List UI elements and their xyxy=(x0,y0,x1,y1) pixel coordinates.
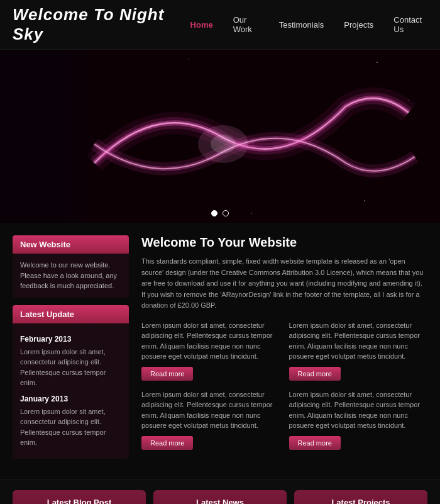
bottom-box-blog: Latest Blog Post Phasellus laoreet feugi… xyxy=(13,490,146,505)
main-content: New Website Welcome to our new website. … xyxy=(0,223,440,473)
svg-point-8 xyxy=(251,213,252,214)
svg-point-3 xyxy=(377,62,378,63)
read-more-button-1[interactable]: Read more xyxy=(141,367,193,381)
new-website-title: New Website xyxy=(13,235,129,254)
content-block-1: Lorem ipsum dolor sit amet, consectetur … xyxy=(141,320,280,381)
latest-update-content: February 2013 Lorem ipsum dolor sit amet… xyxy=(13,323,129,459)
content-block-3-text: Lorem ipsum dolor sit amet, consectetur … xyxy=(141,389,280,431)
content-area: Welcome To Your Website This standards c… xyxy=(141,235,427,467)
bottom-box-blog-title: Latest Blog Post xyxy=(21,498,137,505)
content-grid: Lorem ipsum dolor sit amet, consectetur … xyxy=(141,320,427,450)
hero-left-overlay xyxy=(0,50,97,223)
svg-point-10 xyxy=(211,135,236,154)
nav-testimonials[interactable]: Testimonials xyxy=(275,18,328,32)
bottom-box-news: Latest News Phasellus laoreet feugiat ri… xyxy=(153,490,287,505)
nav-contact-us[interactable]: Contact Us xyxy=(390,13,427,36)
svg-point-5 xyxy=(364,200,365,201)
update-month-1: February 2013 xyxy=(20,333,121,345)
content-block-3: Lorem ipsum dolor sit amet, consectetur … xyxy=(141,389,280,450)
bottom-box-news-title: Latest News xyxy=(162,498,278,505)
nav-projects[interactable]: Projects xyxy=(340,18,377,32)
header: Welcome To Night Sky Home Our Work Testi… xyxy=(0,0,440,50)
slider-dots xyxy=(211,210,229,216)
content-block-2: Lorem ipsum dolor sit amet, consectetur … xyxy=(289,320,428,381)
update-text-1: Lorem ipsum dolor sit amet, consectetur … xyxy=(20,347,121,388)
update-text-2: Lorem ipsum dolor sit amet, consectetur … xyxy=(20,406,121,448)
bottom-box-projects-title: Latest Projects xyxy=(303,498,419,505)
navigation: Home Our Work Testimonials Projects Cont… xyxy=(187,13,427,36)
site-title: Welcome To Night Sky xyxy=(13,5,187,44)
new-website-content: Welcome to our new website. Please have … xyxy=(13,254,129,298)
read-more-button-3[interactable]: Read more xyxy=(141,436,193,450)
latest-update-title: Latest Update xyxy=(13,305,129,323)
bottom-boxes: Latest Blog Post Phasellus laoreet feugi… xyxy=(0,479,440,505)
new-website-text: Welcome to our new website. Please have … xyxy=(20,261,117,289)
nav-home[interactable]: Home xyxy=(187,18,217,32)
nav-our-work[interactable]: Our Work xyxy=(229,13,263,36)
read-more-button-2[interactable]: Read more xyxy=(289,367,341,381)
slider-dot-2[interactable] xyxy=(223,210,229,216)
read-more-button-4[interactable]: Read more xyxy=(289,436,341,450)
update-month-2: January 2013 xyxy=(20,393,121,405)
svg-point-7 xyxy=(188,59,189,60)
hero-slider xyxy=(0,50,440,223)
content-block-1-text: Lorem ipsum dolor sit amet, consectetur … xyxy=(141,320,280,362)
sidebar: New Website Welcome to our new website. … xyxy=(13,235,129,467)
content-block-2-text: Lorem ipsum dolor sit amet, consectetur … xyxy=(289,320,428,362)
content-intro: This standards compliant, simple, fixed … xyxy=(141,256,427,311)
content-block-4-text: Lorem ipsum dolor sit amet, consectetur … xyxy=(289,389,428,431)
slider-dot-1[interactable] xyxy=(211,210,217,216)
content-title: Welcome To Your Website xyxy=(141,235,427,250)
bottom-box-projects: Latest Projects Phasellus laoreet feugia… xyxy=(294,490,427,505)
content-block-4: Lorem ipsum dolor sit amet, consectetur … xyxy=(289,389,428,450)
